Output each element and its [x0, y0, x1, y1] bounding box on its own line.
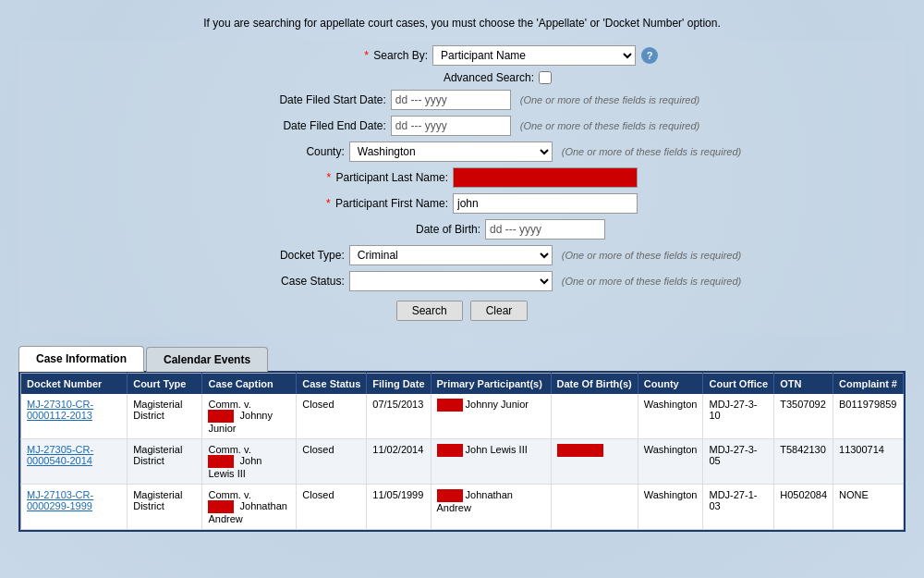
cell-court-type: Magisterial District	[128, 394, 202, 439]
redacted-block	[437, 399, 463, 412]
results-table-wrapper: Docket Number Court Type Case Caption Ca…	[18, 371, 906, 532]
page-wrapper: If you are searching for appellate court…	[0, 0, 924, 578]
date-start-label: Date Filed Start Date:	[225, 93, 391, 106]
cell-court-type: Magisterial District	[128, 439, 202, 485]
tabs-row: Case Information Calendar Events	[18, 346, 906, 372]
redacted-block	[208, 500, 234, 513]
date-start-input[interactable]	[391, 90, 511, 110]
appellate-notice: If you are searching for appellate court…	[18, 9, 906, 41]
redacted-dob-block	[557, 444, 603, 457]
cell-case-caption: Comm. v. John Lewis III	[202, 439, 297, 485]
date-start-row: Date Filed Start Date: (One or more of t…	[18, 90, 906, 110]
redacted-block	[437, 489, 463, 502]
clear-button[interactable]: Clear	[470, 301, 529, 321]
col-case-caption: Case Caption	[202, 374, 297, 395]
docket-type-hint: (One or more of these fields is required…	[562, 250, 741, 261]
docket-type-row: Docket Type: Criminal Civil Appellate (O…	[18, 245, 906, 265]
cell-court-office: MDJ-27-3-10	[703, 394, 774, 439]
search-button[interactable]: Search	[396, 301, 463, 321]
table-row: MJ-27103-CR-0000299-1999Magisterial Dist…	[21, 485, 904, 530]
advanced-search-label: Advanced Search:	[372, 71, 539, 84]
cell-court-office: MDJ-27-3-05	[703, 439, 774, 485]
required-star: *	[364, 49, 369, 62]
tab-case-information[interactable]: Case Information	[18, 346, 144, 372]
results-table: Docket Number Court Type Case Caption Ca…	[20, 373, 904, 530]
col-dob: Date Of Birth(s)	[551, 374, 638, 395]
col-court-type: Court Type	[128, 374, 202, 395]
cell-dob	[551, 485, 638, 530]
search-by-select[interactable]: Participant Name Docket Number Appellate	[432, 45, 636, 66]
cell-complaint: NONE	[833, 485, 904, 530]
table-row: MJ-27310-CR-0000112-2013Magisterial Dist…	[21, 394, 904, 439]
cell-county: Washington	[638, 394, 703, 439]
last-name-input[interactable]	[453, 167, 638, 188]
cell-filing-date: 11/02/2014	[367, 439, 431, 485]
col-otn: OTN	[774, 374, 833, 395]
dob-label: Date of Birth:	[319, 223, 485, 236]
col-filing-date: Filing Date	[367, 374, 431, 395]
cell-primary-participant: Johnny Junior	[431, 394, 551, 439]
cell-primary-participant: Johnathan Andrew	[431, 485, 551, 530]
county-label: County:	[183, 145, 349, 158]
cell-dob	[551, 394, 638, 439]
help-icon[interactable]: ?	[641, 47, 658, 64]
cell-county: Washington	[638, 485, 703, 530]
case-status-select[interactable]: Active Closed Inactive	[349, 271, 553, 291]
col-county: County	[638, 374, 703, 395]
cell-court-type: Magisterial District	[128, 485, 202, 530]
tab-calendar-events[interactable]: Calendar Events	[146, 347, 268, 372]
advanced-search-row: Advanced Search:	[18, 71, 906, 84]
case-status-hint: (One or more of these fields is required…	[562, 276, 741, 287]
col-court-office: Court Office	[703, 374, 774, 395]
docket-link[interactable]: MJ-27103-CR-0000299-1999	[27, 489, 93, 511]
cell-court-office: MDJ-27-1-03	[703, 485, 774, 530]
notice-text: If you are searching for appellate court…	[203, 17, 720, 30]
first-name-label: * Participant First Name:	[286, 197, 453, 210]
advanced-search-checkbox[interactable]	[539, 71, 552, 84]
docket-type-label: Docket Type:	[183, 249, 349, 262]
form-buttons: Search Clear	[18, 301, 906, 321]
cell-otn: H0502084	[774, 485, 833, 530]
cell-filing-date: 11/05/1999	[367, 485, 431, 530]
cell-filing-date: 07/15/2013	[367, 394, 431, 439]
cell-primary-participant: John Lewis III	[431, 439, 551, 485]
date-end-input[interactable]	[391, 116, 511, 136]
dob-input[interactable]	[485, 219, 605, 240]
cell-docket-number: MJ-27103-CR-0000299-1999	[21, 485, 128, 530]
docket-link[interactable]: MJ-27310-CR-0000112-2013	[27, 399, 93, 421]
cell-county: Washington	[638, 439, 703, 485]
cell-case-caption: Comm. v. Johnathan Andrew	[202, 485, 297, 530]
col-primary-participant: Primary Participant(s)	[431, 374, 551, 395]
cell-docket-number: MJ-27310-CR-0000112-2013	[21, 394, 128, 439]
col-complaint: Complaint #	[833, 374, 904, 395]
date-end-row: Date Filed End Date: (One or more of the…	[18, 116, 906, 136]
cell-case-status: Closed	[297, 485, 367, 530]
first-name-row: * Participant First Name:	[18, 193, 906, 214]
cell-otn: T3507092	[774, 394, 833, 439]
redacted-block	[208, 455, 234, 468]
main-content: If you are searching for appellate court…	[0, 0, 924, 541]
redacted-block	[208, 410, 234, 423]
cell-complaint: 11300714	[833, 439, 904, 485]
cell-dob	[551, 439, 638, 485]
date-start-hint: (One or more of these fields is required…	[520, 94, 699, 105]
redacted-block	[437, 444, 463, 457]
dob-row: Date of Birth:	[18, 219, 906, 240]
case-status-row: Case Status: Active Closed Inactive (One…	[18, 271, 906, 291]
cell-case-caption: Comm. v. Johnny Junior	[202, 394, 297, 439]
docket-link[interactable]: MJ-27305-CR-0000540-2014	[27, 444, 93, 466]
cell-case-status: Closed	[297, 394, 367, 439]
last-name-row: * Participant Last Name:	[18, 167, 906, 188]
county-select[interactable]: Washington Allegheny Philadelphia Cheste…	[349, 141, 553, 162]
cell-docket-number: MJ-27305-CR-0000540-2014	[21, 439, 128, 485]
cell-complaint: B011979859	[833, 394, 904, 439]
docket-type-select[interactable]: Criminal Civil Appellate	[349, 245, 553, 265]
last-name-label: * Participant Last Name:	[286, 171, 453, 184]
table-header-row: Docket Number Court Type Case Caption Ca…	[21, 374, 904, 395]
search-by-label: * Search By:	[266, 49, 432, 62]
col-docket-number: Docket Number	[21, 374, 128, 395]
cell-case-status: Closed	[297, 439, 367, 485]
search-form: * Search By: Participant Name Docket Num…	[18, 41, 906, 335]
col-case-status: Case Status	[297, 374, 367, 395]
first-name-input[interactable]	[453, 193, 638, 214]
